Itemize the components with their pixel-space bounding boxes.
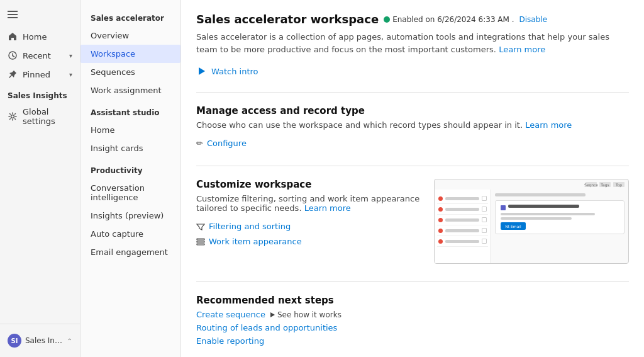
work-item-icon [196,237,205,247]
sidebar-item-workspace[interactable]: Workspace [80,45,180,63]
disable-link[interactable]: Disable [519,15,548,24]
preview-list-item-3 [437,215,488,225]
sidebar-item-insights-preview[interactable]: Insights (preview) [80,207,180,225]
preview-card-line-1 [501,213,595,215]
sidebar-item-insight-cards[interactable]: Insight cards [80,139,180,157]
svg-rect-0 [8,11,18,12]
preview-top-bar: Seqnce Tags Top [586,182,625,187]
home-icon [8,31,18,42]
create-sequence-link[interactable]: Create sequence [196,310,265,319]
sidebar-item-overview[interactable]: Overview [80,26,180,45]
see-how-label: See how it works [277,310,341,319]
pinned-chevron: ▾ [69,71,72,78]
customize-workspace-section: Customize workspace Customize filtering,… [196,179,629,264]
preview-line-3 [445,218,479,222]
play-icon [196,65,208,77]
see-how-play-icon [270,312,275,317]
preview-sequence-btn: Seqnce [586,182,597,187]
divider-2 [196,166,629,166]
divider-3 [196,281,629,282]
routing-link[interactable]: Routing of leads and opportunities [196,323,337,332]
preview-line-4 [445,229,479,232]
work-item-label: Work item appearance [209,237,302,246]
pin-icon [8,69,18,79]
preview-check-4 [482,228,487,233]
configure-icon: ✏️ [196,139,203,148]
avatar: SI [8,334,21,348]
preview-header-line [495,193,586,196]
pinned-label: Pinned [23,70,64,79]
svg-rect-1 [8,14,18,15]
hamburger-menu[interactable] [0,5,80,27]
next-steps-links: Create sequence See how it works Routing… [196,310,629,346]
customize-content: Customize workspace Customize filtering,… [196,179,421,251]
customize-title: Customize workspace [196,179,421,190]
sales-accelerator-header: Sales accelerator [80,5,180,26]
bottom-chevron: ⌃ [67,337,72,344]
configure-action[interactable]: ✏️ Configure [196,139,629,148]
enabled-dot [384,16,390,23]
preview-card-btn-text: Nt Email [505,224,521,229]
global-settings-label: Global settings [23,107,72,126]
manage-access-learn-more[interactable]: Learn more [525,120,572,130]
next-step-create-sequence: Create sequence See how it works [196,310,629,319]
svg-rect-5 [197,239,204,240]
configure-label: Configure [207,139,247,148]
see-how-button[interactable]: See how it works [270,310,341,319]
recent-icon [8,50,18,60]
sidebar-item-sequences[interactable]: Sequences [80,63,180,81]
customize-learn-more[interactable]: Learn more [304,203,351,213]
preview-line-2 [445,208,479,211]
svg-point-4 [11,115,14,118]
assistant-studio-header: Assistant studio [80,99,180,121]
preview-list-item-5 [437,236,488,247]
preview-check-3 [482,217,487,222]
status-badge: Enabled on 6/26/2024 6:33 AM . Disable [384,15,547,24]
email-icon-preview [501,205,506,210]
recent-label: Recent [23,51,64,60]
preview-list [435,190,491,264]
bottom-settings-item[interactable]: SI Sales Insights sett... ⌃ [0,329,80,352]
bottom-label: Sales Insights sett... [25,336,64,345]
status-text: Enabled on 6/26/2024 6:33 AM . [392,15,514,24]
sidebar-item-conversation-intelligence[interactable]: Conversation intelligence [80,179,180,207]
nav-item-recent[interactable]: Recent ▾ [0,46,80,65]
recommended-title: Recommended next steps [196,295,629,306]
preview-line-1 [445,197,479,200]
watch-intro-button[interactable]: Watch intro [196,65,629,77]
sales-insights-section: Sales Insights [0,84,80,103]
preview-list-item-4 [437,225,488,236]
play-triangle [199,67,205,75]
enable-reporting-link[interactable]: Enable reporting [196,336,264,346]
work-item-action[interactable]: Work item appearance [196,237,421,247]
preview-main: Nt Email [491,190,628,264]
recent-chevron: ▾ [69,52,72,59]
preview-card-line-2 [501,217,572,220]
preview-dot-1 [438,196,443,201]
nav-item-home[interactable]: Home [0,27,80,46]
description-learn-more-link[interactable]: Learn more [499,45,545,54]
svg-rect-6 [197,241,204,242]
preview-dot-2 [438,207,443,212]
home-label: Home [23,32,72,42]
next-step-routing: Routing of leads and opportunities [196,323,629,332]
sidebar-item-auto-capture[interactable]: Auto capture [80,225,180,243]
preview-email-card: Nt Email [495,200,625,234]
manage-access-desc: Choose who can use the workspace and whi… [196,120,574,130]
watch-intro-label: Watch intro [211,67,258,76]
preview-list-item-1 [437,193,488,204]
preview-dot-3 [438,218,443,222]
page-header: Sales accelerator workspace Enabled on 6… [196,13,629,26]
sidebar-item-work-assignment[interactable]: Work assignment [80,81,180,99]
filtering-label: Filtering and sorting [209,222,291,231]
filtering-action[interactable]: Filtering and sorting [196,222,421,232]
preview-top-btn: Top [613,182,625,187]
workspace-preview: Seqnce Tags Top [434,179,629,264]
sidebar-item-email-engagement[interactable]: Email engagement [80,243,180,261]
productivity-header: Productivity [80,157,180,179]
nav-item-pinned[interactable]: Pinned ▾ [0,65,80,84]
customize-section-inner: Customize workspace Customize filtering,… [196,179,629,264]
nav-item-global-settings[interactable]: Global settings [0,103,80,130]
hamburger-icon [8,9,18,20]
sidebar-item-home-as[interactable]: Home [80,121,180,139]
